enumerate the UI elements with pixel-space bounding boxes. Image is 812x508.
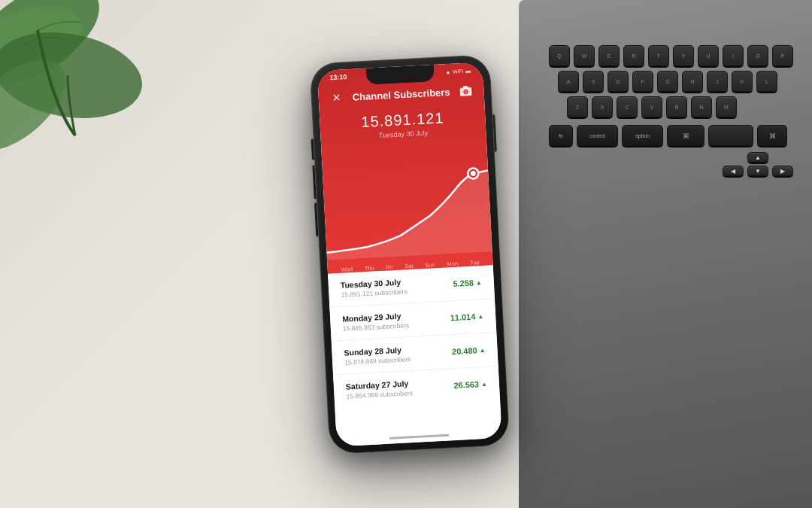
item-left: Saturday 27 July 15.854.369 subscribers bbox=[346, 379, 414, 400]
keyboard-row-2: A S D F G H J K L bbox=[549, 71, 793, 92]
item-gain: 26.563 bbox=[453, 379, 479, 390]
key-u: U bbox=[698, 45, 719, 66]
key-f: F bbox=[632, 71, 653, 92]
key-grid: Q W E R T Y U I O P A S D F G H J K bbox=[549, 45, 793, 176]
item-left: Sunday 28 July 15.874.849 subscribers bbox=[344, 345, 411, 367]
key-option: option bbox=[622, 125, 663, 146]
key-arrow-down: ▼ bbox=[747, 166, 768, 176]
app-content: 13:10 ▲ WiFi ▬ ✕ Chann bbox=[317, 62, 502, 446]
scene: Q W E R T Y U I O P A S D F G H J K bbox=[0, 0, 812, 508]
item-right: 5.258 ▲ bbox=[453, 278, 482, 288]
key-arrow-left: ◀ bbox=[723, 166, 744, 176]
day-mon: Mon bbox=[447, 260, 458, 267]
key-fn: fn bbox=[549, 125, 573, 146]
day-tue: Tue bbox=[470, 259, 480, 266]
phone-screen: 13:10 ▲ WiFi ▬ ✕ Chann bbox=[317, 62, 502, 446]
key-b: B bbox=[666, 96, 687, 117]
item-left: Monday 29 July 15.885.863 subscribers bbox=[342, 311, 410, 333]
day-wed: Wed bbox=[341, 266, 353, 273]
key-q: Q bbox=[549, 45, 570, 66]
day-sun: Sun bbox=[425, 261, 435, 269]
key-command-right: ⌘ bbox=[757, 125, 787, 146]
data-list: Tuesday 30 July 15.891.121 subscribers 5… bbox=[328, 265, 502, 446]
svg-rect-7 bbox=[463, 85, 468, 88]
item-gain: 11.014 bbox=[450, 312, 475, 322]
key-l: L bbox=[756, 71, 777, 92]
camera-button[interactable] bbox=[458, 83, 474, 99]
item-date: Tuesday 30 July bbox=[340, 277, 407, 290]
key-o: O bbox=[747, 45, 768, 66]
subscriber-count: 15.891.121 Tuesday 30 July bbox=[320, 107, 486, 141]
signal-icon: ▲ bbox=[445, 68, 450, 74]
phone: 13:10 ▲ WiFi ▬ ✕ Chann bbox=[309, 54, 510, 455]
key-c: C bbox=[617, 96, 638, 117]
key-w: W bbox=[574, 45, 595, 66]
chart-area: 13:10 ▲ WiFi ▬ ✕ Chann bbox=[317, 62, 493, 273]
trend-arrow: ▲ bbox=[477, 312, 483, 319]
trend-arrow: ▲ bbox=[476, 278, 482, 285]
key-z: Z bbox=[567, 96, 588, 117]
key-m: M bbox=[716, 96, 737, 117]
plant-decoration bbox=[0, 0, 188, 241]
item-date: Saturday 27 July bbox=[346, 379, 413, 391]
key-v: V bbox=[641, 96, 662, 117]
key-r: R bbox=[623, 45, 644, 66]
day-fri: Fri bbox=[386, 263, 392, 270]
key-a: A bbox=[558, 71, 579, 92]
key-command-left: ⌘ bbox=[667, 125, 704, 146]
item-right: 20.480 ▲ bbox=[452, 345, 486, 355]
key-s: S bbox=[583, 71, 604, 92]
key-arrow-up: ▲ bbox=[747, 152, 768, 163]
battery-icon: ▬ bbox=[465, 67, 471, 72]
key-t: T bbox=[648, 45, 669, 66]
key-control: control bbox=[577, 125, 618, 146]
key-e: E bbox=[598, 45, 620, 66]
key-j: J bbox=[707, 71, 728, 92]
item-date: Monday 29 July bbox=[342, 311, 409, 324]
trend-arrow: ▲ bbox=[479, 346, 485, 353]
key-p: P bbox=[772, 45, 793, 66]
key-h: H bbox=[682, 71, 703, 92]
trend-arrow: ▲ bbox=[481, 380, 487, 387]
key-space bbox=[708, 125, 753, 146]
key-arrow-right: ▶ bbox=[772, 166, 793, 176]
key-i: I bbox=[723, 45, 744, 66]
item-right: 11.014 ▲ bbox=[450, 311, 483, 321]
day-sat: Sat bbox=[404, 262, 414, 269]
item-gain: 5.258 bbox=[453, 278, 474, 287]
keyboard-row-3: Z X C V B N M bbox=[549, 96, 793, 117]
item-right: 26.563 ▲ bbox=[453, 379, 487, 389]
key-k: K bbox=[732, 71, 753, 92]
key-g: G bbox=[657, 71, 678, 92]
laptop-keyboard: Q W E R T Y U I O P A S D F G H J K bbox=[519, 0, 812, 508]
close-button[interactable]: ✕ bbox=[329, 90, 344, 105]
key-y: Y bbox=[673, 45, 694, 66]
keyboard-row-1: Q W E R T Y U I O P bbox=[549, 45, 793, 66]
chart-svg bbox=[323, 161, 492, 260]
key-n: N bbox=[691, 96, 712, 117]
status-time: 13:10 bbox=[329, 73, 347, 81]
phone-shell: 13:10 ▲ WiFi ▬ ✕ Chann bbox=[309, 54, 510, 455]
notch bbox=[366, 64, 435, 84]
status-icons: ▲ WiFi ▬ bbox=[445, 67, 471, 74]
keyboard-row-modifiers: fn control option ⌘ ⌘ bbox=[549, 125, 793, 146]
item-left: Tuesday 30 July 15.891.121 subscribers bbox=[340, 277, 408, 299]
key-d: D bbox=[607, 71, 629, 92]
key-x: X bbox=[592, 96, 613, 117]
day-thu: Thu bbox=[365, 264, 374, 272]
wifi-icon: WiFi bbox=[453, 68, 463, 74]
item-gain: 20.480 bbox=[452, 345, 477, 356]
item-date: Sunday 28 July bbox=[344, 345, 411, 357]
keyboard-arrows: ▲ ◀ ▼ ▶ bbox=[549, 152, 793, 176]
screen-title: Channel Subscribers bbox=[352, 86, 450, 102]
